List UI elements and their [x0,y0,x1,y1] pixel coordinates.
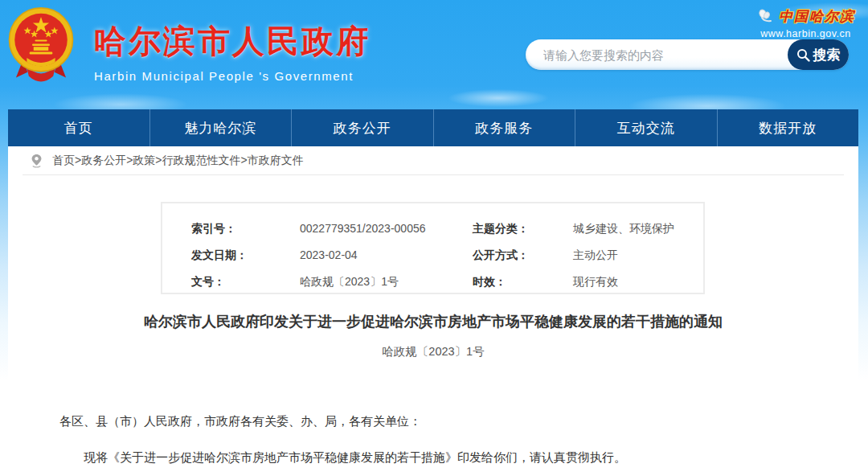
search-button[interactable]: 搜索 [788,39,849,70]
site-title-link[interactable]: 哈尔滨市人民政府 Harbin Municipal People 's Gove… [94,19,371,83]
meta-value: 主动公开 [573,242,618,269]
meta-label: 发文日期： [191,242,300,269]
search-input[interactable] [526,39,788,70]
meta-row-doc-number: 文号： 哈政规〔2023〕1号 [191,269,473,295]
meta-label: 时效： [473,269,573,295]
meta-row-validity: 时效： 现行有效 [473,269,703,295]
main-content: 首页>政务公开>政策>行政规范性文件>市政府文件 索引号： 0022779351… [8,146,858,476]
site-url: www.harbin.gov.cn [756,28,855,39]
nav-item-charming-harbin[interactable]: 魅力哈尔滨 [149,109,292,146]
metadata-column-right: 主题分类： 城乡建设、环境保护 公开方式： 主动公开 时效： 现行有效 [473,215,703,293]
breadcrumb-path[interactable]: 首页>政务公开>政策>行政规范性文件>市政府文件 [52,154,304,168]
meta-label: 主题分类： [473,215,573,242]
meta-value: 现行有效 [573,269,618,295]
meta-row-index-number: 索引号： 0022779351/2023-00056 [191,215,473,242]
main-navigation: 首页 魅力哈尔滨 政务公开 政务服务 互动交流 数据开放 [8,109,858,146]
document-paragraph: 现将《关于进一步促进哈尔滨市房地产市场平稳健康发展的若干措施》印发给你们，请认真… [59,449,810,466]
content-wrapper: 首页 魅力哈尔滨 政务公开 政务服务 互动交流 数据开放 首页>政务公开>政策>… [8,109,858,476]
document-body: 各区、县（市）人民政府，市政府各有关委、办、局，各有关单位： 现将《关于进一步促… [59,412,810,466]
search-button-label: 搜索 [813,46,841,64]
meta-row-issue-date: 发文日期： 2023-02-04 [191,242,473,269]
meta-label: 公开方式： [473,242,573,269]
document-number: 哈政规〔2023〕1号 [8,344,858,359]
site-title-english: Harbin Municipal People 's Government [94,69,371,83]
meta-label: 文号： [191,269,300,295]
document-metadata-box: 索引号： 0022779351/2023-00056 发文日期： 2023-02… [161,202,705,294]
nav-item-gov-disclosure[interactable]: 政务公开 [291,109,433,146]
document-title: 哈尔滨市人民政府印发关于进一步促进哈尔滨市房地产市场平稳健康发展的若干措施的通知 [40,312,826,331]
nav-item-interaction[interactable]: 互动交流 [575,109,717,146]
breadcrumb: 首页>政务公开>政策>行政规范性文件>市政府文件 [23,146,844,175]
search-bar: 搜索 [526,39,849,70]
meta-value: 0022779351/2023-00056 [300,215,426,242]
site-brand-logo[interactable]: 中国哈尔滨 www.harbin.gov.cn [756,7,855,39]
site-title-chinese: 哈尔滨市人民政府 [94,19,371,64]
meta-value: 2023-02-04 [300,242,358,269]
meta-value: 哈政规〔2023〕1号 [300,269,399,295]
logo-text: 中国哈尔滨 [779,7,855,26]
national-emblem-icon [7,6,75,86]
nav-item-home[interactable]: 首页 [8,109,149,146]
document-paragraph: 各区、县（市）人民政府，市政府各有关委、办、局，各有关单位： [59,412,810,429]
metadata-column-left: 索引号： 0022779351/2023-00056 发文日期： 2023-02… [191,215,473,293]
nav-item-open-data[interactable]: 数据开放 [717,109,859,146]
lilac-flower-icon [756,9,774,25]
meta-label: 索引号： [191,215,300,242]
site-header: 哈尔滨市人民政府 Harbin Municipal People 's Gove… [0,0,868,109]
meta-value: 城乡建设、环境保护 [573,215,674,242]
meta-row-disclosure-method: 公开方式： 主动公开 [473,242,703,269]
location-pin-icon [31,154,43,168]
search-icon [796,48,810,62]
meta-row-topic-category: 主题分类： 城乡建设、环境保护 [473,215,703,242]
nav-item-gov-services[interactable]: 政务服务 [433,109,575,146]
